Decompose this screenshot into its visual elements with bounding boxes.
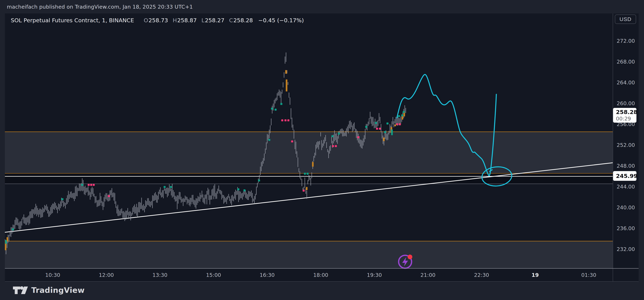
- symbol-title: SOL Perpetual Futures Contract, 1, BINAN…: [11, 17, 134, 23]
- orange-candle: [394, 124, 396, 126]
- orange-candle: [286, 80, 288, 92]
- pink-marker: [376, 128, 378, 130]
- time-tick-label: 15:00: [206, 272, 221, 278]
- publish-header: macheifach published on TradingView.com,…: [7, 0, 193, 13]
- price-tick-label: 260.00: [617, 100, 635, 107]
- pink-marker: [399, 123, 401, 125]
- time-tick-label: 18:00: [313, 272, 328, 278]
- pink-marker: [108, 195, 110, 197]
- teal-marker: [398, 115, 400, 117]
- pink-marker: [335, 145, 337, 147]
- teal-marker: [304, 173, 306, 175]
- teal-marker: [386, 123, 388, 124]
- tradingview-brand-text: TradingView: [31, 286, 84, 295]
- teal-marker: [401, 114, 403, 116]
- close-value: 258.28: [233, 17, 253, 23]
- teal-marker: [332, 135, 334, 137]
- teal-marker: [271, 108, 273, 110]
- last-price-label: 258.28 00:29: [613, 108, 636, 123]
- candle-countdown: 00:29: [616, 116, 636, 122]
- orange-candle: [285, 70, 287, 74]
- teal-candle: [5, 240, 7, 244]
- pink-marker: [284, 119, 286, 121]
- tradingview-snapshot: 272.00268.00264.00260.00256.00252.00248.…: [0, 0, 644, 300]
- teal-marker: [170, 186, 172, 188]
- level-price-label: 245.99: [613, 171, 636, 181]
- price-tick-label: 232.00: [617, 246, 635, 252]
- teal-marker: [275, 109, 277, 111]
- time-tick-label: 10:30: [45, 272, 60, 278]
- price-tick-label: 264.00: [617, 80, 635, 86]
- price-tick-label: 244.00: [617, 184, 635, 190]
- change-value: −0.45 (−0.17%): [258, 17, 304, 23]
- pink-marker: [379, 128, 381, 130]
- currency-toggle-button[interactable]: USD: [615, 14, 636, 24]
- time-tick-label: 16:30: [260, 272, 275, 278]
- orange-candle: [306, 187, 308, 190]
- pink-marker: [88, 184, 90, 186]
- price-tick-label: 272.00: [617, 38, 635, 44]
- pink-marker: [396, 123, 398, 125]
- time-tick-label: 19: [532, 272, 539, 278]
- time-tick-label: 21:00: [420, 272, 436, 278]
- high-label: H: [173, 17, 177, 23]
- price-tick-label: 240.00: [617, 204, 635, 211]
- lower-band-zone: [5, 241, 613, 268]
- pink-marker: [288, 119, 290, 121]
- time-tick-label: 19:30: [367, 272, 382, 278]
- time-tick-label: 01:30: [581, 272, 596, 278]
- teal-marker: [307, 173, 309, 175]
- teal-marker: [164, 186, 166, 188]
- time-tick-label: 13:30: [152, 272, 168, 278]
- teal-marker: [365, 126, 367, 128]
- teal-marker: [375, 122, 377, 124]
- open-label: O: [144, 17, 148, 23]
- pink-marker: [303, 190, 305, 192]
- tradingview-logo-icon: [13, 286, 28, 294]
- pink-marker: [332, 145, 334, 147]
- low-value: 258.27: [205, 17, 224, 23]
- time-tick-label: 22:30: [474, 272, 489, 278]
- pink-marker: [291, 141, 293, 142]
- tradingview-footer: TradingView: [13, 286, 84, 295]
- teal-marker: [238, 188, 240, 190]
- pink-marker: [358, 136, 360, 138]
- close-label: C: [229, 17, 233, 23]
- teal-marker: [62, 198, 64, 200]
- price-tick-label: 268.00: [617, 59, 635, 65]
- teal-marker: [258, 179, 260, 181]
- teal-marker: [384, 131, 386, 133]
- orange-candle: [312, 162, 314, 167]
- price-tick-label: 248.00: [617, 163, 635, 169]
- price-tick-label: 236.00: [617, 225, 635, 231]
- open-value: 258.73: [148, 17, 168, 23]
- orange-candle: [383, 138, 385, 141]
- teal-marker: [12, 228, 14, 230]
- low-label: L: [202, 17, 204, 23]
- teal-marker: [244, 189, 246, 191]
- event-alert-dot: [408, 255, 412, 259]
- last-price-value: 258.28: [616, 109, 636, 116]
- price-tick-label: 252.00: [617, 142, 635, 148]
- pink-marker: [281, 119, 283, 121]
- teal-marker: [403, 111, 405, 113]
- pink-marker: [93, 184, 95, 186]
- teal-marker: [268, 139, 270, 141]
- publish-header-text: macheifach published on TradingView.com,…: [7, 4, 193, 10]
- chart-canvas[interactable]: 272.00268.00264.00260.00256.00252.00248.…: [0, 0, 644, 300]
- resistance-band-zone: [5, 132, 613, 173]
- chart-legend[interactable]: SOL Perpetual Futures Contract, 1, BINAN…: [11, 17, 304, 23]
- level-price-value: 245.99: [616, 173, 636, 179]
- teal-marker: [280, 103, 282, 105]
- orange-candle: [7, 237, 8, 241]
- teal-marker: [338, 133, 340, 135]
- high-value: 258.87: [177, 17, 196, 23]
- pink-marker: [90, 184, 92, 186]
- time-tick-label: 12:00: [99, 272, 114, 278]
- teal-candle: [391, 130, 393, 135]
- teal-marker: [81, 184, 83, 186]
